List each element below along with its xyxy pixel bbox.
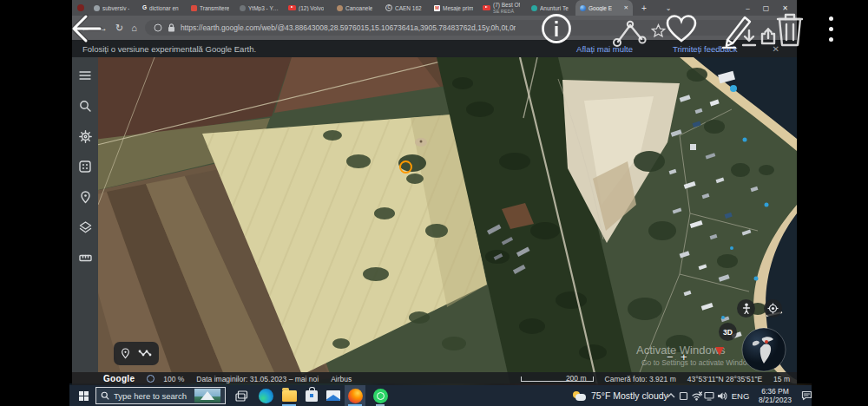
youtube-favicon (483, 5, 490, 11)
gmail-favicon: M (434, 5, 440, 11)
share-path-button[interactable] (612, 18, 648, 48)
tab-favicon: C (385, 4, 392, 11)
compass-globe[interactable] (741, 327, 786, 372)
tray-expand-chevron-icon[interactable] (665, 385, 677, 406)
satellite-map[interactable] (72, 57, 797, 385)
tray-volume-icon[interactable] (716, 385, 728, 406)
projects-pin-icon[interactable] (78, 190, 92, 204)
language-indicator[interactable]: ENG (729, 385, 752, 406)
minimize-button[interactable]: – (746, 4, 749, 12)
shield-icon (154, 23, 162, 32)
tray-tablet-icon[interactable] (677, 385, 689, 406)
tab-bestof[interactable]: (7) Best Of SE REDĂ (478, 0, 527, 16)
tab-label: subversiv - (102, 5, 129, 11)
imagery-date: Data imaginilor: 31.05.2023 – mai noi (196, 375, 319, 383)
maximize-button[interactable]: ▢ (763, 4, 770, 12)
taskbar-weather-widget[interactable]: 75°F Mostly cloudy (573, 385, 668, 406)
star-button[interactable] (651, 23, 666, 38)
folder-icon (282, 390, 297, 402)
tab-favicon (191, 5, 197, 11)
camera-altitude: Cameră foto: 3.921 m (605, 375, 676, 383)
cursor-back-arrow (64, 10, 102, 47)
tray-wifi-disconnected-icon[interactable] (690, 385, 702, 406)
tab-ytmp3[interactable]: YtMp3 - YouTub (235, 0, 284, 16)
menu-button[interactable] (78, 69, 92, 82)
tab-label: Canoanele (345, 5, 372, 11)
windows-logo-icon (79, 391, 89, 401)
notice-message: Folosiți o versiune experimentală Google… (82, 44, 256, 54)
tab-playing-badge: SE REDĂ (493, 9, 520, 14)
tab-mesaje[interactable]: M Mesaje prim (430, 0, 478, 16)
placemark-pin-icon[interactable] (121, 348, 130, 359)
tab-label: Anunturi Te (540, 5, 569, 11)
taskbar-mail-icon[interactable] (323, 385, 344, 406)
feeling-lucky-dice-icon[interactable] (78, 160, 92, 174)
tab-google-earth-active[interactable]: Google E ✕ (575, 0, 633, 16)
new-tab-button[interactable]: + (641, 3, 647, 13)
tab-label: (12) Volvo (299, 5, 324, 11)
tab-dictionar[interactable]: G dictionar en (138, 0, 187, 16)
action-center-button[interactable] (797, 385, 816, 406)
screen: subversiv - G dictionar en Transmitere Y… (0, 0, 868, 406)
browser-window: subversiv - G dictionar en Transmitere Y… (72, 0, 797, 385)
orbit-ring-icon (147, 375, 155, 383)
scale-label: 200 m (566, 374, 587, 383)
download-button[interactable] (741, 29, 757, 47)
taskbar-firefox-icon-active[interactable] (345, 385, 365, 406)
tab-label: CAEN 162 (395, 5, 422, 11)
heart-favorite-button[interactable] (665, 14, 698, 43)
coordinates: 43°53'11"N 28°35'51"E (687, 375, 762, 383)
red-pointer-mark (715, 347, 724, 356)
overflow-kebab-menu[interactable] (829, 16, 834, 48)
draw-path-icon[interactable] (138, 349, 152, 358)
tab-favicon (337, 5, 343, 11)
delete-trash-button[interactable] (773, 11, 807, 48)
map-tools-pill (114, 342, 159, 365)
zoom-percent: 100 % (163, 375, 184, 383)
firefox-icon (348, 389, 363, 403)
3d-toggle-button[interactable]: 3D (719, 323, 737, 341)
tab-canoanele[interactable]: Canoanele (332, 0, 381, 16)
zoom-out-button[interactable]: − (667, 350, 674, 363)
tab-volvo[interactable]: (12) Volvo (284, 0, 332, 16)
tab-caen[interactable]: C CAEN 162 (381, 0, 430, 16)
taskbar-whatsapp-icon[interactable] (370, 385, 391, 406)
start-button[interactable] (73, 385, 94, 406)
measure-ruler-icon[interactable] (78, 251, 92, 265)
search-placeholder: Type here to search (114, 391, 190, 401)
earth-viewport[interactable]: 3D − + Activate Windows Go to Settings t… (72, 57, 797, 385)
map-style-layers-icon[interactable] (78, 220, 92, 234)
map-scale-bar: 200 m (521, 374, 594, 383)
edge-icon (259, 389, 273, 403)
tab-transmitere[interactable]: Transmitere (187, 0, 235, 16)
voyager-wheel-icon[interactable] (78, 129, 92, 143)
tab-label: Google E (589, 5, 612, 11)
tab-close-icon[interactable]: ✕ (624, 4, 628, 11)
windows-taskbar: Type here to search 75°F Mostly cloudy (69, 385, 812, 406)
google-logo: Google (103, 374, 135, 383)
taskbar-explorer-icon[interactable] (279, 385, 299, 406)
elevation: 15 m (773, 375, 790, 383)
taskbar-search-box[interactable]: Type here to search (95, 387, 226, 404)
taskbar-edge-icon[interactable] (255, 385, 276, 406)
tab-list-chevron-icon[interactable]: ⌄ (666, 4, 672, 12)
taskbar-clock[interactable]: 6:36 PM 8/21/2023 (753, 385, 797, 406)
search-highlight-image[interactable] (194, 389, 220, 403)
my-location-button[interactable] (764, 299, 782, 318)
tray-network-monitor-icon[interactable] (703, 385, 715, 406)
earth-sidebar (72, 57, 98, 372)
task-view-button[interactable] (231, 385, 252, 406)
pegman-streetview-button[interactable] (737, 299, 755, 318)
search-result-marker[interactable] (399, 160, 412, 174)
search-icon[interactable] (78, 99, 92, 113)
taskbar-store-icon[interactable] (301, 385, 322, 406)
home-button[interactable]: ⌂ (131, 23, 137, 33)
url-text: https://earth.google.com/web/@43.8864300… (181, 23, 516, 32)
earth-status-bar: Google 100 % Data imaginilor: 31.05.2023… (72, 372, 797, 385)
earth-favicon (580, 5, 586, 11)
info-button[interactable] (540, 12, 573, 45)
zoom-in-button[interactable]: + (681, 350, 687, 363)
tab-label: Transmitere (200, 5, 229, 11)
reload-button[interactable]: ↻ (115, 23, 123, 33)
weather-text: 75°F Mostly cloudy (591, 390, 668, 401)
